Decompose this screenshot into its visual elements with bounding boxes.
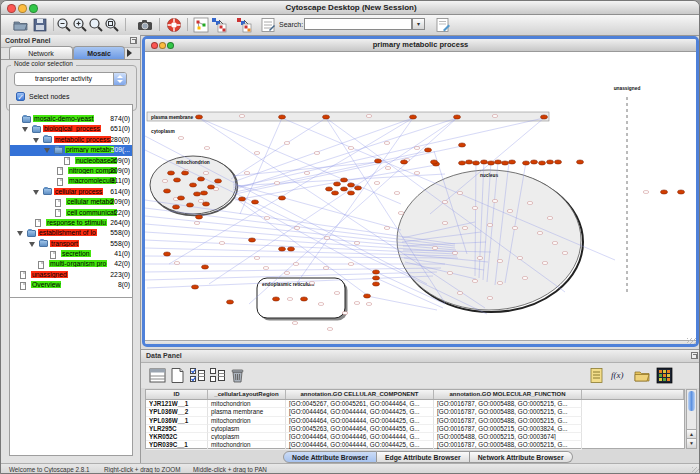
snapshot-camera-icon[interactable] <box>137 17 153 33</box>
zoom-in-icon[interactable] <box>72 17 88 33</box>
tree-label[interactable]: primary metabo <box>65 146 114 153</box>
disclosure-triangle-icon[interactable] <box>22 127 28 132</box>
gene-node[interactable] <box>348 147 354 150</box>
gene-node[interactable] <box>457 192 463 195</box>
selected-gene-node[interactable] <box>541 115 548 119</box>
gene-node[interactable] <box>203 172 209 175</box>
table-cell[interactable]: [GO:0044464, GO:0044444, GO:0044425, G..… <box>286 417 434 425</box>
tab-mosaic[interactable]: Mosaic <box>73 46 125 59</box>
table-cell[interactable]: [GO:0016787, GO:0005488, GO:0005215, G..… <box>434 417 582 425</box>
gene-node[interactable] <box>294 227 300 230</box>
selected-gene-node[interactable] <box>178 196 185 200</box>
selected-gene-node[interactable] <box>190 183 197 187</box>
edge[interactable] <box>233 118 413 182</box>
gene-node[interactable] <box>178 137 184 140</box>
search-dropdown-arrow[interactable]: ▾ <box>412 18 425 30</box>
selected-gene-node[interactable] <box>227 300 234 304</box>
gene-node[interactable] <box>497 282 503 285</box>
float-panel-icon[interactable] <box>130 37 137 44</box>
resize-grip-icon[interactable] <box>692 467 700 474</box>
table-cell[interactable]: plasma membrane <box>208 408 286 416</box>
selected-gene-node[interactable] <box>459 161 466 165</box>
selected-gene-node[interactable] <box>401 160 408 164</box>
selected-gene-node[interactable] <box>531 160 538 164</box>
tree-label[interactable]: response to stimulu <box>46 219 107 226</box>
disclosure-triangle-icon[interactable] <box>29 242 35 247</box>
tab-overflow-arrow-icon[interactable] <box>127 49 132 57</box>
selected-gene-node[interactable] <box>252 200 259 204</box>
gene-node[interactable] <box>244 172 250 175</box>
tree-label[interactable]: establishment of lo <box>38 229 97 236</box>
selected-gene-node[interactable] <box>288 247 295 251</box>
attribute-table[interactable]: ID_cellularLayoutRegionannotation.GO CEL… <box>145 389 685 449</box>
birds-eye-view[interactable] <box>9 297 133 456</box>
zoom-selected-icon[interactable] <box>104 17 120 33</box>
selected-gene-node[interactable] <box>273 297 280 301</box>
selected-gene-node[interactable] <box>355 186 362 190</box>
selected-gene-node[interactable] <box>375 159 382 163</box>
resize-grip-icon[interactable] <box>687 338 696 347</box>
gene-node[interactable] <box>162 180 168 183</box>
gene-node[interactable] <box>442 222 448 225</box>
selected-gene-node[interactable] <box>348 183 355 187</box>
search-input[interactable] <box>304 18 412 30</box>
tree-label[interactable]: biological_process <box>43 125 101 132</box>
tree-row-overview[interactable]: Overview8(0) <box>10 280 132 290</box>
zoom-out-icon[interactable] <box>56 17 72 33</box>
table-cell[interactable]: YLR295C <box>146 425 208 433</box>
edge[interactable] <box>145 268 441 272</box>
tree-label[interactable]: mosaic-demo-yeast <box>33 115 94 122</box>
disclosure-triangle-icon[interactable] <box>33 190 39 195</box>
selected-gene-node[interactable] <box>431 160 438 164</box>
gene-node[interactable] <box>562 252 568 255</box>
table-cell[interactable]: [GO:0005488, GO:0005215, GO:0003674] <box>434 433 582 441</box>
selected-gene-node[interactable] <box>239 197 246 201</box>
gene-node[interactable] <box>198 200 204 203</box>
table-row[interactable]: YKR052Ccytoplasm[GO:0044464, GO:0044446,… <box>146 433 684 441</box>
selected-gene-node[interactable] <box>201 191 208 195</box>
tree-row-cellular-metabo[interactable]: cellular metabo209(0) <box>10 197 132 207</box>
tree-label[interactable]: metabolic process <box>54 136 111 143</box>
attribute-table-header[interactable]: ID_cellularLayoutRegionannotation.GO CEL… <box>146 390 684 400</box>
tree-label[interactable]: multi-organism pro <box>49 260 107 267</box>
table-row[interactable]: YJR121W__1mitochondrion[GO:0045267, GO:0… <box>146 400 684 408</box>
gene-node[interactable] <box>447 272 453 275</box>
selected-gene-node[interactable] <box>196 215 203 219</box>
gene-node[interactable] <box>239 115 245 118</box>
gene-node[interactable] <box>452 252 458 255</box>
disclosure-triangle-icon[interactable] <box>44 148 50 153</box>
gene-node[interactable] <box>398 212 404 215</box>
gene-node[interactable] <box>462 227 468 230</box>
gene-node[interactable] <box>487 297 493 300</box>
new-attribute-icon[interactable] <box>169 367 186 384</box>
gene-node[interactable] <box>263 267 269 270</box>
selected-gene-node[interactable] <box>164 189 171 193</box>
gene-node[interactable] <box>354 242 360 245</box>
float-panel-icon[interactable] <box>691 352 698 359</box>
tree-row-macromolecule[interactable]: macromolecule311(0) <box>10 176 132 186</box>
gene-node[interactable] <box>323 267 329 270</box>
gene-node[interactable] <box>314 152 320 155</box>
gene-node[interactable] <box>492 200 498 203</box>
selected-gene-node[interactable] <box>555 160 562 164</box>
table-cell[interactable]: [GO:0044464, GO:0044444, GO:0044425, G..… <box>286 408 434 416</box>
gene-node[interactable] <box>284 272 290 275</box>
help-lifesaver-icon[interactable] <box>166 17 182 33</box>
selected-gene-node[interactable] <box>198 177 205 181</box>
tree-row-cell-communicat[interactable]: cell communicat22(0) <box>10 208 132 218</box>
tree-label[interactable]: cellular metabo <box>66 198 114 205</box>
tree-row-multi-organism-pro[interactable]: multi-organism pro42(0) <box>10 259 132 269</box>
selected-gene-node[interactable] <box>215 179 222 183</box>
table-row[interactable]: YDR039C__1mitochondrion[GO:0044464, GO:0… <box>146 441 684 449</box>
gene-node[interactable] <box>414 172 420 175</box>
selected-gene-node[interactable] <box>194 192 201 196</box>
selected-gene-node[interactable] <box>488 161 495 165</box>
network-graph[interactable]: plasma membranecytoplasmmitochondrionnuc… <box>145 52 696 340</box>
gene-node[interactable] <box>442 201 448 204</box>
select-all-attributes-icon[interactable] <box>189 367 206 384</box>
layout-nodes-icon[interactable] <box>211 17 227 33</box>
gene-node[interactable] <box>542 262 548 265</box>
column-header[interactable]: _cellularLayoutRegion <box>208 390 286 399</box>
gene-node[interactable] <box>284 142 290 145</box>
tab-network-attribute-browser[interactable]: Network Attribute Browser <box>470 451 573 463</box>
